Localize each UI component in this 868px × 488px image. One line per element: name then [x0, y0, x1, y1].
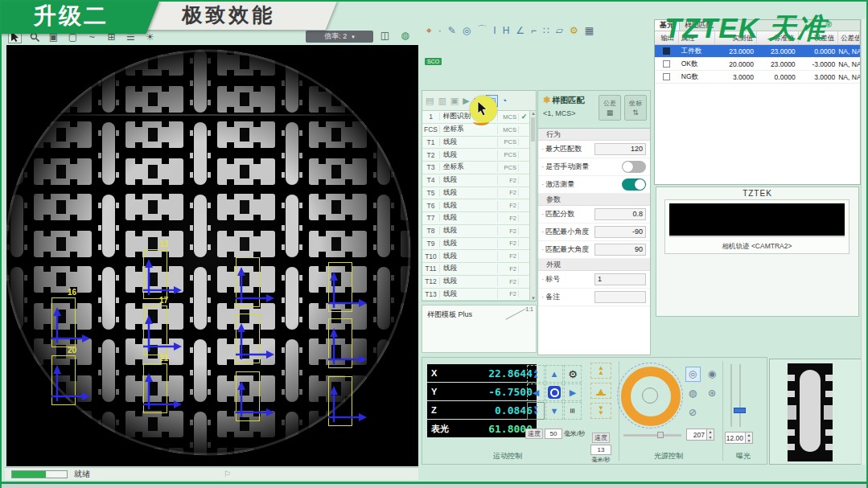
scroll-down-icon[interactable]: ▼ — [530, 296, 537, 301]
window-scrollbar[interactable] — [861, 19, 866, 465]
jog-down-button[interactable]: ▼ — [545, 402, 563, 420]
z-up-fast-button[interactable]: ▲ ▲ — [590, 363, 611, 379]
jog-stop-button[interactable] — [545, 383, 563, 401]
camera-live-view[interactable]: 13 — [6, 45, 418, 466]
camera-card[interactable]: 相机轨迹 <CAMTRA2> — [664, 199, 849, 254]
snapshot-icon[interactable]: ◫ — [378, 29, 392, 42]
param-toggle-row: 激活测量 — [538, 176, 650, 194]
results-row[interactable]: OK数 20.0000 23.0000 -3.0000 NA, NA — [655, 58, 860, 71]
coordinate-readout: X 22.8644 Y -6.7500 Z 0.0846 表光 61.8000 — [427, 364, 537, 438]
z-speed-input[interactable]: 13 — [590, 445, 611, 455]
output-checkbox[interactable] — [663, 73, 670, 80]
import-icon[interactable]: ▥ — [438, 96, 446, 106]
ring-quadrant-icon[interactable]: ◉ — [708, 368, 716, 379]
线段[interactable]: T10 线段 F2 — [422, 250, 529, 263]
param-input[interactable]: 90 — [594, 244, 646, 256]
exposure-track-left[interactable] — [730, 364, 732, 427]
arc-icon[interactable]: ⌒ — [477, 23, 487, 37]
exposure-handle[interactable] — [734, 408, 746, 413]
线段[interactable]: T1 线段 PCS — [422, 137, 529, 150]
spin-down-icon[interactable]: ▼ — [746, 438, 752, 444]
线段[interactable]: T12 线段 F2 — [422, 276, 529, 289]
exposure-value[interactable]: 12.00 — [725, 432, 746, 444]
axes-arrows-icon — [141, 310, 183, 358]
z-home-button[interactable]: ▲ — [590, 383, 611, 399]
exposure-track-right[interactable] — [739, 364, 741, 427]
param-input[interactable]: 0.8 — [594, 208, 646, 220]
match-marker — [328, 318, 352, 368]
output-checkbox[interactable] — [663, 60, 670, 68]
draw-toolbar: ⌖·✎◎⌒IH∠⌐∷▱⚙▦ — [423, 22, 653, 39]
param-input[interactable] — [594, 291, 646, 303]
circle-icon[interactable]: ◎ — [463, 25, 471, 36]
坐标系[interactable]: T3 坐标系 PCS — [422, 162, 529, 174]
light-value[interactable]: 207 — [686, 429, 707, 441]
line-icon[interactable]: ✎ — [448, 25, 456, 36]
axes-arrows-icon — [233, 318, 275, 366]
axes-icon[interactable]: ⌖ — [426, 25, 432, 36]
线段[interactable]: T7 线段 F2 — [422, 212, 529, 225]
magnification-dropdown[interactable]: 倍率: 2▾ — [306, 31, 373, 43]
线段[interactable]: T9 线段 F2 — [422, 238, 529, 251]
angle-icon[interactable]: ∠ — [516, 25, 525, 36]
speed-input[interactable]: 50 — [545, 429, 562, 439]
globe-icon[interactable]: ◍ — [398, 29, 412, 42]
spin-down-icon[interactable]: ▼ — [707, 435, 714, 441]
jog-down-fast-button[interactable]: ▼ ▼ — [527, 402, 545, 420]
ring-light-diagram[interactable] — [621, 367, 681, 426]
slider-thumb[interactable] — [657, 432, 664, 438]
线段[interactable]: T8 线段 F2 — [422, 225, 529, 238]
线段[interactable]: T5 线段 F2 — [422, 187, 529, 200]
light-intensity-slider[interactable] — [623, 434, 681, 437]
results-row[interactable]: NG数 3.0000 0.0000 3.0000 NA, NA — [655, 71, 860, 84]
ring-all-icon[interactable]: ◎ — [685, 367, 701, 382]
tolerance-button[interactable]: 公差▦ — [599, 95, 621, 121]
param-input[interactable]: -90 — [594, 226, 646, 238]
toggle-switch[interactable] — [622, 161, 646, 173]
jog-up-button[interactable]: ▲ — [545, 365, 563, 383]
toggle-switch[interactable] — [622, 178, 646, 191]
camera-screen — [669, 203, 845, 237]
point-icon[interactable]: · — [438, 25, 442, 36]
run-icon[interactable]: ▶ — [463, 96, 469, 106]
ring-segments-icon[interactable]: ⊛ — [708, 388, 716, 399]
output-checkbox[interactable] — [663, 47, 670, 55]
线段[interactable]: T11 线段 F2 — [422, 263, 529, 276]
camera-panel-title: TZTEK — [656, 187, 858, 199]
jog-right-button[interactable]: ▶ — [564, 383, 582, 401]
open-icon[interactable]: ▤ — [426, 96, 434, 106]
coordinate-button[interactable]: 坐标⇅ — [624, 95, 647, 121]
jog-left-button[interactable]: ◀ — [527, 383, 545, 401]
polygon-icon[interactable]: ▱ — [556, 25, 563, 36]
线段[interactable]: T2 线段 PCS — [422, 149, 529, 162]
distance-icon[interactable]: I — [493, 25, 496, 36]
timer-icon[interactable]: ◔ — [502, 96, 508, 105]
坐标系[interactable]: FCS 坐标系 MCS — [422, 124, 529, 137]
calculator-icon[interactable]: ▦ — [585, 25, 594, 36]
scatter-icon[interactable]: ∷ — [543, 25, 549, 36]
gear-color-icon[interactable]: ⚙ — [570, 25, 578, 36]
corner-icon[interactable]: ⌐ — [531, 25, 537, 36]
tztek-logo: TZTEK 天准® — [664, 10, 866, 47]
axes-arrows-icon — [141, 253, 183, 301]
save-icon[interactable]: ▣ — [450, 96, 459, 106]
jog-tuning-button[interactable]: ≡ — [564, 402, 582, 420]
param-input[interactable]: 120 — [594, 143, 646, 155]
param-input[interactable]: 1 — [594, 273, 646, 285]
线段[interactable]: T4 线段 F2 — [422, 174, 529, 187]
scroll-up-icon[interactable]: ▲ — [530, 111, 537, 116]
jog-settings-button[interactable]: ⚙ — [564, 365, 582, 383]
width-icon[interactable]: H — [503, 25, 510, 36]
template-editor-box[interactable]: 样图模板 Plus 1:1 — [422, 305, 537, 353]
线段[interactable]: T6 线段 F2 — [422, 199, 529, 212]
ring-half-icon[interactable]: ◍ — [689, 388, 697, 399]
线段[interactable]: T13 线段 F2 — [422, 289, 529, 301]
stop-icon — [548, 386, 561, 399]
flag-icon: ⚐ — [224, 470, 231, 478]
ring-off-icon[interactable]: ⊘ — [689, 407, 697, 418]
jog-up-fast-button[interactable]: ▲ ▲ — [527, 365, 545, 383]
program-scrollbar[interactable]: ▲ ▼ — [529, 111, 536, 301]
axes-arrows-icon — [49, 359, 91, 408]
z-down-fast-button[interactable]: ▼ ▼ — [590, 403, 611, 419]
cursor-icon — [476, 100, 489, 117]
